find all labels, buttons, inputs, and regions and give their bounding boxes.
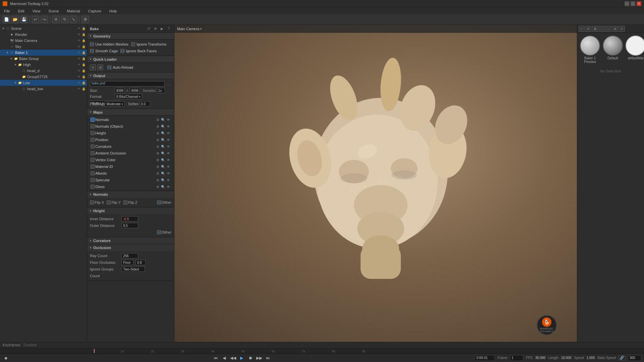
map-search-gloss-icon[interactable]: 🔍: [161, 184, 165, 189]
auto-reload-check[interactable]: ✓ Auto-Reload: [107, 65, 133, 69]
smooth-cage-check[interactable]: ✓ Smooth Cage: [90, 49, 118, 53]
map-checkbox-specular[interactable]: [91, 178, 95, 182]
eye-icon6[interactable]: 👁: [77, 57, 81, 61]
bake-play-icon[interactable]: ▶: [159, 26, 165, 32]
bake-settings-icon[interactable]: ⚙: [153, 26, 158, 32]
quick-loader-add[interactable]: +: [90, 64, 96, 70]
geometry-section-header[interactable]: ▼ Geometry: [87, 33, 174, 40]
toolbar-new[interactable]: 📄: [3, 16, 10, 23]
frame-field[interactable]: 1: [510, 355, 523, 361]
curvature-sub-header[interactable]: ▼ Curvature: [87, 237, 174, 244]
pb-record[interactable]: ⏺: [248, 355, 254, 361]
map-settings-gloss-icon[interactable]: ⚙: [155, 184, 160, 189]
map-eye-height-icon[interactable]: 👁: [166, 131, 171, 135]
rt-btn-5[interactable]: ↓: [605, 26, 611, 32]
bake-refresh-icon[interactable]: ↺: [146, 26, 151, 32]
eye-icon7[interactable]: 👁: [77, 63, 81, 67]
pb-prev-frame[interactable]: ⏮: [213, 355, 219, 361]
height-dither-item[interactable]: ✓ Dither: [157, 230, 171, 234]
map-settings-specular-icon[interactable]: ⚙: [155, 178, 160, 182]
outer-distance-field[interactable]: 8.5: [121, 223, 138, 228]
map-search-height-icon[interactable]: 🔍: [161, 131, 165, 135]
size-height-field[interactable]: 4096: [130, 88, 140, 93]
flip-z-checkbox[interactable]: [123, 200, 127, 204]
eye-icon8[interactable]: 👁: [77, 69, 81, 73]
bake-help-icon[interactable]: ?: [166, 26, 171, 32]
quick-loader-refresh[interactable]: ↺: [97, 64, 103, 70]
maximize-button[interactable]: □: [631, 1, 635, 6]
toolbar-open[interactable]: 📂: [11, 16, 19, 23]
tree-item-head-low[interactable]: ⬡ head_low 👁 🔒: [0, 86, 87, 92]
map-checkbox-material-id[interactable]: [91, 165, 95, 169]
toolbar-undo[interactable]: ↩: [32, 16, 39, 23]
size-width-field[interactable]: 4096: [115, 88, 125, 93]
camera-selector[interactable]: Main Camera ▾: [177, 27, 202, 31]
eye-icon[interactable]: 👁: [77, 26, 81, 31]
menu-file[interactable]: File: [3, 8, 11, 14]
pb-forward[interactable]: ▶▶: [256, 355, 262, 361]
frame-end-field[interactable]: 300: [628, 355, 641, 361]
menu-view[interactable]: View: [31, 8, 42, 14]
map-search-vertex-icon[interactable]: 🔍: [161, 158, 165, 162]
rt-btn-6[interactable]: ⊞: [612, 26, 618, 32]
lock-icon10[interactable]: 🔒: [82, 81, 86, 85]
quick-loader-header[interactable]: ▼ Quick Loader: [87, 56, 174, 63]
tree-item-high[interactable]: ▼ 📁 High 👁 🔒: [0, 62, 87, 68]
rt-btn-2[interactable]: ⚙: [585, 26, 591, 32]
flip-y-item[interactable]: Flip Y: [107, 200, 121, 204]
toolbar-scale[interactable]: ⤡: [70, 16, 77, 23]
map-checkbox-normals-obj[interactable]: [91, 124, 95, 128]
map-checkbox-vertex-color[interactable]: [91, 158, 95, 162]
rt-btn-1[interactable]: +: [579, 26, 585, 32]
link-icon[interactable]: 🔗: [619, 356, 625, 360]
map-checkbox-gloss[interactable]: [91, 185, 95, 189]
lock-icon3[interactable]: 🔒: [82, 39, 86, 43]
map-settings-albedo-icon[interactable]: ⚙: [155, 171, 160, 176]
map-checkbox-albedo[interactable]: [91, 171, 95, 175]
rt-btn-4[interactable]: ↑: [599, 26, 605, 32]
checkbox-auto-reload[interactable]: ✓: [107, 65, 111, 69]
toolbar-settings[interactable]: ⚙: [82, 16, 89, 23]
height-dither-checkbox[interactable]: ✓: [157, 230, 161, 234]
toolbar-move[interactable]: ✛: [52, 16, 60, 23]
eye-icon9[interactable]: 👁: [77, 75, 81, 79]
height-sub-header[interactable]: ▼ Height: [87, 207, 174, 214]
menu-capture[interactable]: Capture: [87, 8, 103, 14]
pb-step-back[interactable]: ◀: [221, 355, 227, 361]
checkbox-ignore-transforms[interactable]: [131, 42, 135, 46]
toolbar-rotate[interactable]: ↻: [61, 16, 68, 23]
map-settings-vertex-icon[interactable]: ⚙: [155, 158, 160, 162]
map-search-ambient-icon[interactable]: 🔍: [161, 151, 165, 156]
use-hidden-meshes-check[interactable]: ✓ Use Hidden Meshes: [90, 42, 128, 46]
ray-count-field[interactable]: 256: [121, 253, 138, 258]
menu-edit[interactable]: Edit: [17, 8, 26, 14]
occlusion-sub-header[interactable]: ▼ Occlusion: [87, 244, 174, 251]
map-eye-normals-obj-icon[interactable]: 👁: [166, 124, 171, 129]
map-search-curvature-icon[interactable]: 🔍: [161, 144, 165, 149]
map-checkbox-height[interactable]: [91, 131, 95, 135]
inner-distance-field[interactable]: -0.5: [121, 216, 138, 222]
map-eye-albedo-icon[interactable]: 👁: [166, 171, 171, 176]
flip-y-checkbox[interactable]: [107, 200, 111, 204]
map-eye-curvature-icon[interactable]: 👁: [166, 144, 171, 149]
tree-item-scene[interactable]: ▼ ⬡ Scene 👁 🔒: [0, 25, 87, 32]
map-checkbox-curvature[interactable]: [91, 144, 95, 148]
mat-item-defaultmat[interactable]: defaultMat: [626, 36, 644, 60]
eye-icon5[interactable]: 👁: [77, 51, 81, 55]
current-time-field[interactable]: 0:00.01: [475, 355, 495, 361]
menu-material[interactable]: Material: [66, 8, 82, 14]
checkbox-use-hidden[interactable]: ✓: [90, 42, 94, 46]
map-search-position-icon[interactable]: 🔍: [161, 137, 165, 142]
checkbox-smooth-cage[interactable]: ✓: [90, 49, 94, 53]
flip-x-checkbox[interactable]: [90, 200, 94, 204]
close-button[interactable]: ✕: [637, 1, 641, 6]
map-settings-ambient-icon[interactable]: ⚙: [155, 151, 160, 156]
viewport[interactable]: Main Camera ▾: [174, 25, 577, 342]
map-eye-position-icon[interactable]: 👁: [166, 137, 171, 142]
toolbar-redo[interactable]: ↪: [41, 16, 48, 23]
tree-item-group57725[interactable]: 📁 Group57725 👁 🔒: [0, 74, 87, 80]
lock-icon9[interactable]: 🔒: [82, 75, 86, 79]
map-checkbox-position[interactable]: [91, 138, 95, 142]
tree-item-sky[interactable]: ○ Sky 👁 🔒: [0, 44, 87, 50]
filename-field[interactable]: bake.psd: [90, 81, 165, 86]
